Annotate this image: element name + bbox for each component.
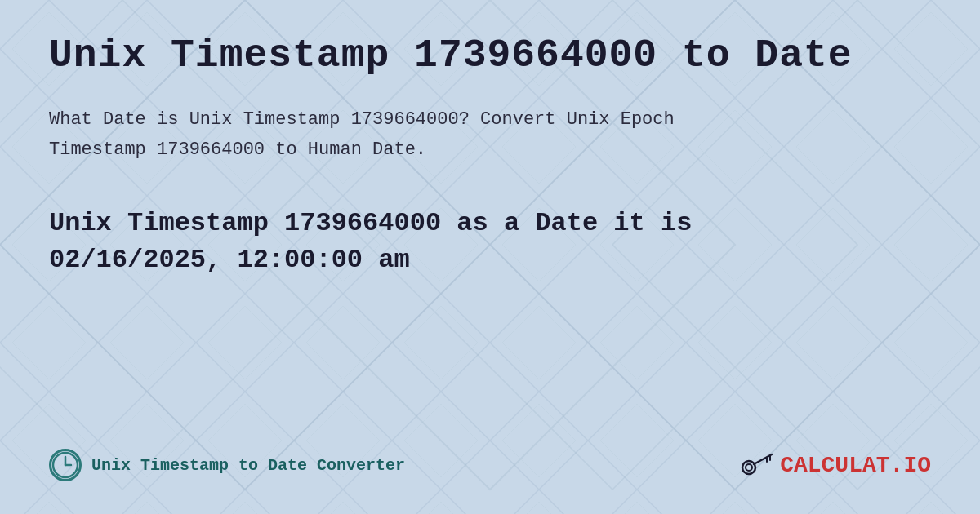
description-line2: Timestamp 1739664000 to Human Date. xyxy=(49,140,426,160)
result-line1: Unix Timestamp 1739664000 as a Date it i… xyxy=(49,208,692,238)
svg-line-15 xyxy=(754,454,772,464)
result-section: Unix Timestamp 1739664000 as a Date it i… xyxy=(49,206,931,279)
clock-icon xyxy=(49,449,82,481)
logo-main: CALCULAT xyxy=(780,453,889,478)
footer-converter-link[interactable]: Unix Timestamp to Date Converter xyxy=(49,449,405,481)
logo-text: CALCULAT.IO xyxy=(780,453,931,478)
logo-icon xyxy=(741,451,773,480)
calculat-io-logo[interactable]: CALCULAT.IO xyxy=(741,451,931,480)
result-text: Unix Timestamp 1739664000 as a Date it i… xyxy=(49,206,931,279)
page-title: Unix Timestamp 1739664000 to Date xyxy=(49,33,931,80)
description-text: What Date is Unix Timestamp 1739664000? … xyxy=(49,104,931,166)
logo-accent: .IO xyxy=(890,453,931,478)
result-line2: 02/16/2025, 12:00:00 am xyxy=(49,245,410,275)
svg-point-10 xyxy=(53,453,78,477)
svg-point-13 xyxy=(742,461,755,474)
footer: Unix Timestamp to Date Converter CALCULA… xyxy=(49,432,931,481)
footer-label: Unix Timestamp to Date Converter xyxy=(91,456,405,475)
description-line1: What Date is Unix Timestamp 1739664000? … xyxy=(49,109,675,130)
svg-point-14 xyxy=(746,464,752,471)
